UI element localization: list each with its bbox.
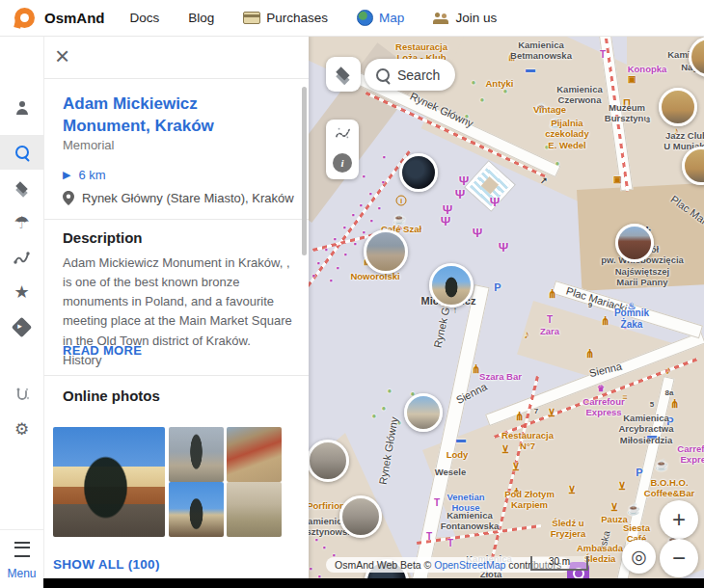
description-heading: Description	[63, 229, 143, 246]
fountain-structure	[466, 162, 515, 211]
top-navbar: OsmAnd Docs Blog Purchases Map Join us	[0, 0, 704, 37]
nav-item-blog[interactable]: Blog	[188, 11, 214, 25]
photo-marker[interactable]	[309, 440, 349, 482]
map-label: Rynek Główny	[377, 416, 401, 486]
divider	[43, 375, 309, 376]
map-poi-icon: Ψ	[455, 188, 466, 200]
info-button[interactable]: i	[333, 153, 352, 173]
left-rail: ☂ ★ ▸ ⚙ Menu	[0, 36, 44, 588]
map-poi-icon: ▪	[377, 204, 380, 213]
crosshair-icon: ◎	[631, 546, 647, 568]
purchases-card-icon	[243, 12, 260, 24]
layers-icon	[335, 66, 352, 83]
photo-marker[interactable]	[615, 224, 654, 262]
location-pin-icon	[63, 191, 74, 205]
nav-item-label: Blog	[188, 11, 214, 25]
map-poi-icon: Ψ	[473, 227, 483, 239]
photo-thumbnail[interactable]	[227, 427, 282, 482]
map-poi-icon: ▪	[351, 211, 354, 220]
photo-marker[interactable]	[399, 153, 438, 192]
sidebar-item-navigation[interactable]: ▸	[0, 309, 43, 344]
zoom-in-button[interactable]: +	[660, 500, 698, 539]
map-poi-icon: ▪	[329, 277, 332, 285]
map-poi-icon: ▪	[362, 173, 365, 181]
map-search-button[interactable]: Search	[365, 59, 455, 91]
map-poi-icon: ▪	[368, 190, 371, 199]
close-icon[interactable]: ×	[55, 43, 69, 68]
map-label: Szara Bar	[479, 371, 522, 382]
map-poi-icon: Ψ	[499, 241, 509, 254]
photo-thumbnail[interactable]	[169, 482, 224, 537]
gear-icon: ⚙	[14, 421, 29, 438]
nav-item-label: Join us	[455, 11, 497, 25]
map-poi-icon: ▪	[316, 259, 319, 268]
photo-marker[interactable]	[404, 393, 443, 432]
photo-marker[interactable]	[429, 263, 474, 307]
photo-thumbnail[interactable]	[169, 427, 224, 482]
map-label: Noworolski	[350, 271, 399, 281]
openstreetmap-link[interactable]: OpenStreetMap	[434, 559, 505, 571]
details-panel: × Adam Mickiewicz Monument, Kraków Memor…	[43, 36, 309, 588]
sidebar-item-plan-route[interactable]	[0, 378, 43, 413]
osmand-web-app: OsmAnd Docs Blog Purchases Map Join us ☂…	[0, 0, 704, 588]
map-poi-icon: ▪	[369, 217, 372, 226]
page-title: Adam Mickiewicz Monument, Kraków	[63, 94, 289, 138]
map-layers-button[interactable]	[326, 57, 361, 92]
map-poi-icon: ●	[397, 419, 402, 427]
map-scale: 30 m	[530, 556, 588, 571]
map-poi-icon: ▪	[342, 224, 345, 232]
sidebar-item-weather[interactable]: ☂	[0, 205, 43, 240]
hamburger-icon	[14, 542, 30, 557]
nav-item-label: Map	[379, 11, 404, 25]
photo-marker[interactable]	[339, 495, 382, 538]
attribution-prefix: OsmAnd Web Beta ©	[335, 559, 434, 571]
track-tools-panel: i	[326, 120, 359, 179]
umbrella-icon: ☂	[14, 214, 29, 231]
route-icon	[13, 249, 31, 267]
brand-name[interactable]: OsmAnd	[44, 10, 105, 26]
osmand-logo-icon[interactable]	[14, 8, 35, 28]
menu-button[interactable]: Menu	[0, 529, 43, 580]
photo-marker[interactable]	[659, 88, 697, 126]
sidebar-item-tracks[interactable]	[0, 240, 43, 275]
map-poi-icon: Ψ	[443, 203, 453, 216]
minus-icon: −	[672, 545, 686, 572]
map-canvas[interactable]: ⋔⋔⋔⋔⋔⋔⋔⋔⋔☕☕☕☕☕☕⊻⊻⊻⊻⊻⊻♪♪♪PPP▬▬▬Π†▣▣♛≡♨ΨΨΨ…	[309, 36, 704, 588]
nav-item-map[interactable]: Map	[357, 10, 404, 26]
map-poi-icon: i	[396, 196, 407, 206]
sidebar-item-account[interactable]	[0, 91, 43, 125]
photo-marker[interactable]	[364, 229, 408, 274]
distance-row: ▶ 6 km	[63, 168, 106, 182]
nav-item-docs[interactable]: Docs	[130, 11, 160, 25]
nav-item-join-us[interactable]: Join us	[433, 11, 497, 25]
address-text: Rynek Główny (Stare Miasto), Kraków	[82, 191, 294, 205]
menu-label: Menu	[0, 567, 43, 580]
map-poi-icon: ▪	[343, 251, 346, 259]
sidebar-item-favorites[interactable]: ★	[0, 275, 43, 309]
navigate-arrow-glyph: ▸	[17, 321, 22, 331]
locate-button[interactable]: ◎	[622, 540, 656, 574]
read-more-link[interactable]: READ MORE	[63, 343, 142, 358]
online-photos-heading: Online photos	[63, 388, 160, 404]
person-icon	[15, 101, 29, 115]
map-poi-icon: P	[494, 282, 501, 293]
plus-icon: +	[672, 506, 686, 533]
panel-scrollbar[interactable]	[302, 87, 307, 255]
sidebar-item-layers[interactable]	[0, 171, 43, 205]
sidebar-item-settings[interactable]: ⚙	[0, 412, 43, 446]
sidebar-item-search[interactable]	[0, 135, 43, 170]
zoom-out-button[interactable]: −	[660, 539, 698, 577]
plan-route-icon	[14, 387, 31, 404]
show-all-photos-link[interactable]: SHOW ALL (100)	[53, 557, 160, 572]
nav-item-label: Docs	[130, 11, 160, 25]
navigate-icon: ▸	[12, 316, 32, 336]
photo-thumbnail[interactable]	[227, 482, 282, 537]
layers-icon	[14, 180, 30, 196]
divider	[43, 78, 309, 79]
map-poi-icon: ☕	[393, 214, 406, 225]
track-graph-icon[interactable]	[335, 126, 351, 141]
nav-item-purchases[interactable]: Purchases	[243, 11, 328, 25]
photo-thumbnail-large[interactable]	[53, 427, 165, 537]
map-poi-icon: ▪	[382, 153, 385, 162]
nav-item-label: Purchases	[266, 11, 328, 25]
